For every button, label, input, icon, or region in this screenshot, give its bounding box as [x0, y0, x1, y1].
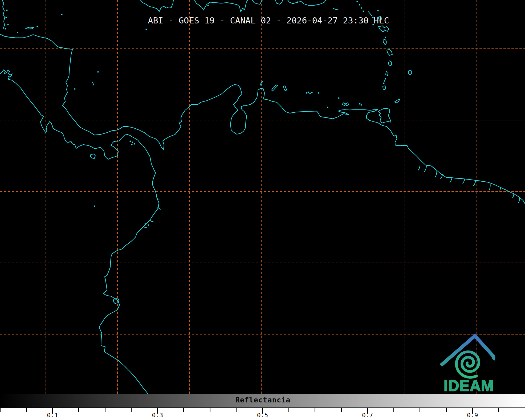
islet-dot — [61, 14, 62, 15]
islet-dot — [36, 26, 38, 27]
islet-dot — [338, 97, 339, 99]
islet-dot — [363, 10, 364, 12]
colorbar-minor-tick — [393, 408, 394, 412]
islet-dot — [318, 92, 319, 93]
islet-dot — [311, 92, 312, 93]
colorbar-minor-tick — [236, 408, 237, 412]
colorbar-tick-label: 0.9 — [467, 411, 478, 419]
islet-dot — [377, 10, 379, 11]
colorbar-axis-strip: 0.10.30.50.70.9 — [0, 408, 525, 420]
islet-dot — [6, 9, 7, 11]
islet-dot — [17, 32, 18, 33]
colorbar-minor-tick — [315, 408, 315, 412]
islet-dot — [307, 91, 309, 93]
map-background — [0, 0, 525, 394]
islet-dot — [385, 78, 386, 79]
colorbar-minor-tick — [341, 408, 342, 412]
islet-dot — [385, 36, 386, 38]
islet-dot — [327, 107, 328, 108]
colorbar-minor-tick — [0, 408, 1, 412]
colorbar-minor-tick — [183, 408, 184, 412]
islet-dot — [145, 28, 147, 30]
colorbar-minor-tick — [446, 408, 447, 412]
colorbar-minor-tick — [105, 408, 105, 412]
islet-dot — [361, 7, 362, 9]
islet-dot — [144, 223, 146, 225]
islet-dot — [207, 5, 209, 6]
colorbar-minor-tick — [420, 408, 420, 412]
islet-dot — [359, 103, 360, 104]
colorbar-label: Reflectancia — [235, 396, 290, 404]
colorbar-minor-tick — [288, 408, 289, 412]
islet-dot — [356, 1, 358, 2]
islet-dot — [383, 82, 384, 84]
islet-dot — [148, 224, 149, 226]
islet-dot — [7, 24, 9, 25]
colorbar-tick-label: 0.5 — [257, 411, 268, 419]
islet-dot — [360, 104, 362, 105]
islet-dot — [131, 144, 132, 145]
logo-wordmark: IDEAM — [444, 377, 494, 394]
colorbar-minor-tick — [498, 408, 499, 412]
islet-dot — [359, 4, 360, 5]
colorbar-tick-label: 0.3 — [152, 411, 163, 419]
islet-dot — [94, 205, 95, 207]
islet-dot — [129, 140, 131, 142]
islet-dot — [297, 1, 298, 3]
colorbar-tick-label: 0.1 — [47, 411, 58, 419]
islet-dot — [132, 141, 133, 143]
product-title: ABI - GOES 19 - CANAL 02 - 2026-04-27 23… — [148, 15, 389, 26]
islet-dot — [306, 92, 307, 93]
islet-dot — [97, 71, 99, 72]
islet-dot — [5, 28, 6, 29]
colorbar-minor-tick — [26, 408, 27, 412]
colorbar-tick-label: 0.7 — [362, 411, 373, 419]
satellite-map: IDEAM — [0, 0, 525, 394]
colorbar-minor-tick — [210, 408, 210, 412]
satellite-product-frame: IDEAM ABI - GOES 19 - CANAL 02 - 2026-04… — [0, 0, 525, 420]
islet-dot — [134, 143, 135, 144]
islet-dot — [384, 80, 385, 81]
islet-dot — [5, 17, 7, 18]
islet-dot — [309, 92, 311, 94]
colorbar-minor-tick — [78, 408, 79, 412]
islet-dot — [74, 88, 75, 89]
colorbar-minor-tick — [131, 408, 132, 412]
